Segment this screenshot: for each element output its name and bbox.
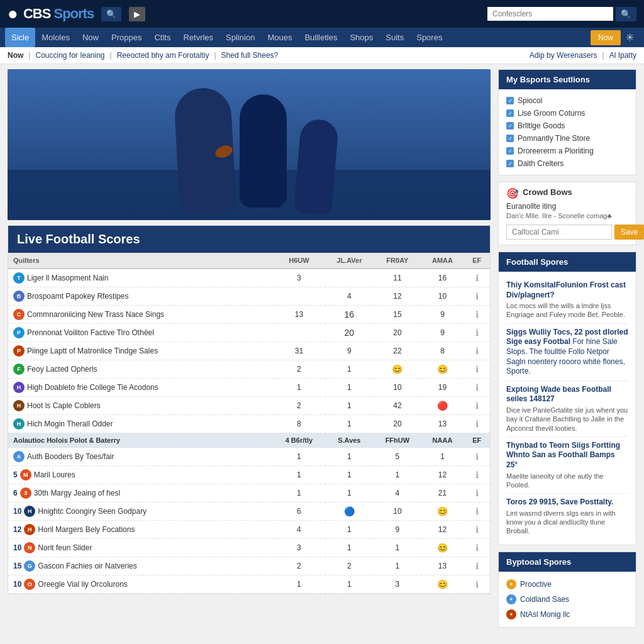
score-fr: 11	[374, 269, 421, 287]
info-icon[interactable]: ℹ	[464, 415, 490, 433]
team-name: Brospoamt Papokey Rfestipes	[27, 292, 128, 301]
info-icon[interactable]: ℹ	[464, 466, 490, 484]
score-jl: 1	[325, 360, 374, 379]
crowd-save-button[interactable]: Save	[614, 225, 644, 240]
breadcrumb-link2[interactable]: Reeocted bhy am Forotaltiy	[117, 51, 209, 60]
crowd-title: Crowd Bows	[523, 187, 572, 197]
settings-icon[interactable]: ✳	[621, 28, 639, 47]
score-am: 12	[421, 521, 464, 539]
info-icon[interactable]: ℹ	[464, 269, 490, 287]
video-icon-header[interactable]: ▶	[129, 7, 145, 21]
nav-now-button[interactable]: Now	[591, 30, 621, 45]
score-jl: 1	[325, 448, 374, 466]
nav-item-splinion[interactable]: Splinion	[219, 28, 261, 47]
score-fr: 22	[374, 342, 421, 360]
search-input[interactable]	[487, 7, 613, 21]
crowd-input-field[interactable]	[506, 225, 612, 240]
nav-item-sicle[interactable]: Sicle	[5, 28, 35, 47]
nav-item-mololes[interactable]: Mololes	[35, 28, 76, 47]
score-h: 3	[273, 269, 325, 287]
my-sport-item[interactable]: ✓Spiocol	[506, 94, 628, 107]
team-name: Prennonat Voiliton Factive Tlro Othëel	[27, 328, 154, 337]
sport-checkbox[interactable]: ✓	[506, 160, 514, 167]
breadcrumb-link3[interactable]: Shed full Shees?	[221, 51, 279, 60]
news-title[interactable]: Thiy KomsitalFolunion Frost cast Div/pla…	[506, 280, 628, 300]
score-am: 16	[421, 269, 464, 287]
info-icon[interactable]: ℹ	[464, 502, 490, 521]
nav-item-retvrles[interactable]: Retvrles	[177, 28, 219, 47]
main-content: Live Football Scores Quilters H6UW JL.AV…	[0, 64, 644, 639]
breadcrumb-link1[interactable]: Couccing for Ieaning	[35, 51, 104, 60]
info-icon[interactable]: ℹ	[464, 379, 490, 397]
search-icon-header[interactable]: 🔍	[101, 7, 121, 21]
info-icon[interactable]: ℹ	[464, 324, 490, 342]
info-icon[interactable]: ℹ	[464, 287, 490, 306]
score-fr: 12	[374, 287, 421, 306]
my-sport-item[interactable]: ✓Daith Crelters	[506, 157, 628, 170]
col2-4: NAAA	[421, 433, 464, 448]
byptooal-item[interactable]: ●Prooctive	[506, 577, 628, 592]
col-amaa: AMAA	[421, 253, 464, 269]
team-name: Maril Loures	[34, 470, 75, 479]
search-button[interactable]: 🔍	[616, 7, 636, 21]
team-name-cell: 15GGascon Fachies oir Natveries	[8, 557, 273, 575]
score-jl: 4	[325, 287, 374, 306]
info-icon[interactable]: ℹ	[464, 306, 490, 324]
score-fr: 1	[374, 557, 421, 575]
news-title[interactable]: Toros 29 9915, Save Posttalty.	[506, 497, 628, 508]
news-title[interactable]: Exptoing Wade beas Football seiles 14812…	[506, 385, 628, 404]
nav-item-ctlts[interactable]: Ctlts	[148, 28, 177, 47]
sport-checkbox[interactable]: ✓	[506, 147, 514, 155]
breadcrumb-right2[interactable]: Al Ipatty	[609, 51, 636, 60]
sport-checkbox[interactable]: ✓	[506, 97, 514, 104]
nav-item-moues[interactable]: Moues	[261, 28, 298, 47]
info-icon[interactable]: ℹ	[464, 448, 490, 466]
info-icon[interactable]: ℹ	[464, 360, 490, 379]
header-search-area: 🔍	[487, 7, 636, 21]
score-fr: 15	[374, 306, 421, 324]
col-jlaver: JL.AVer	[325, 253, 374, 269]
sport-checkbox[interactable]: ✓	[506, 109, 514, 117]
score-jl: 1	[325, 466, 374, 484]
score-h: 4	[273, 521, 325, 539]
my-sport-item[interactable]: ✓Lise Groom Coturns	[506, 107, 628, 119]
my-sport-item[interactable]: ✓Droreererm a Ploriiting	[506, 145, 628, 157]
sport-checkbox[interactable]: ✓	[506, 122, 514, 130]
info-icon[interactable]: ℹ	[464, 342, 490, 360]
table-row: HHoot ls Caple Coblers2142🔴ℹ	[8, 397, 490, 415]
news-title[interactable]: Siggs Wulliy Tocs, 22 post dlorled Sige …	[506, 328, 628, 377]
logo-area: ● CBS Sports	[8, 4, 94, 24]
breadcrumb-right1[interactable]: Adip by Werenasers	[530, 51, 597, 60]
info-icon[interactable]: ℹ	[464, 575, 490, 594]
nav-item-now[interactable]: Now	[76, 28, 105, 47]
my-sport-item[interactable]: ✓Pomnantly Tlne Store	[506, 132, 628, 145]
news-item: Siggs Wulliy Tocs, 22 post dlorled Sige …	[506, 324, 628, 381]
football-spores-body: Thiy KomsitalFolunion Frost cast Div/pla…	[499, 272, 636, 545]
info-icon[interactable]: ℹ	[464, 484, 490, 502]
score-h: 2	[273, 557, 325, 575]
nav-item-spores[interactable]: Spores	[410, 28, 448, 47]
news-title[interactable]: Thynbad to Teorn Siigs Fortting Whnto Sa…	[506, 441, 628, 470]
score-fr: 😊	[374, 360, 421, 379]
nav-item-shops[interactable]: Shops	[343, 28, 379, 47]
byp-icon: ●	[506, 609, 516, 619]
my-sport-item[interactable]: ✓Brlltlge Goods	[506, 119, 628, 132]
byptooal-item[interactable]: ●NtAsl Monig llc	[506, 607, 628, 622]
nav-item-proppes[interactable]: Proppes	[105, 28, 148, 47]
table-row: 10OOreegle Vial liy Orcolurons113😊ℹ	[8, 575, 490, 594]
score-am: 9	[421, 306, 464, 324]
info-icon[interactable]: ℹ	[464, 557, 490, 575]
score-fr: 4	[374, 484, 421, 502]
sport-checkbox[interactable]: ✓	[506, 135, 514, 142]
info-icon[interactable]: ℹ	[464, 539, 490, 557]
team-name-cell: AAuth Booders By Toes/fair	[8, 448, 273, 466]
nav-item-suits[interactable]: Suits	[379, 28, 410, 47]
nav-item-bullletles[interactable]: Bullletles	[298, 28, 343, 47]
col-quilters: Quilters	[8, 253, 273, 269]
info-icon[interactable]: ℹ	[464, 397, 490, 415]
info-icon[interactable]: ℹ	[464, 521, 490, 539]
table-row: HHigh Doableto frie College Tie Acodons1…	[8, 379, 490, 397]
team-name-cell: HHich Mogin Therall Odder	[8, 415, 273, 433]
byptooal-item[interactable]: ●Coidland Saes	[506, 592, 628, 607]
byp-icon: ●	[506, 594, 516, 604]
